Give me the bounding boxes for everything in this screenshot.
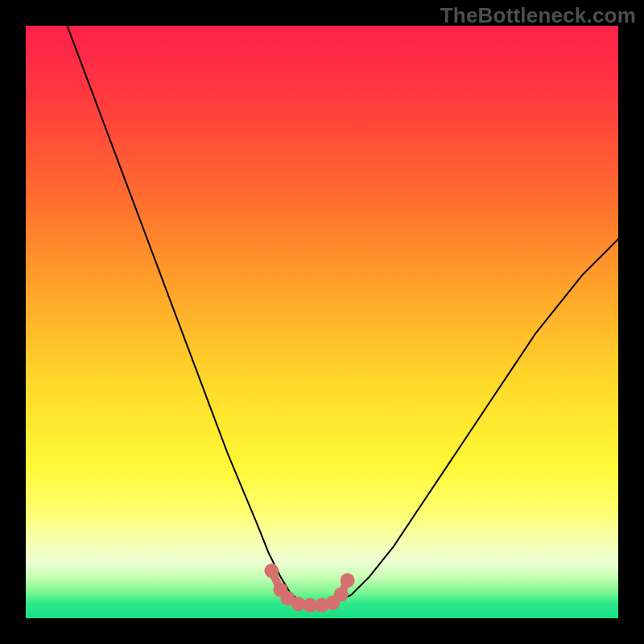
series-valley-highlight-dot (341, 573, 355, 588)
watermark-text: TheBottleneck.com (440, 3, 636, 28)
series-valley-highlight-dot (264, 564, 279, 578)
series-valley-highlight-dot (334, 588, 349, 602)
gradient-background (26, 26, 618, 618)
chart-svg (26, 26, 618, 618)
plot-area (26, 26, 618, 618)
outer-frame: TheBottleneck.com (0, 0, 644, 644)
